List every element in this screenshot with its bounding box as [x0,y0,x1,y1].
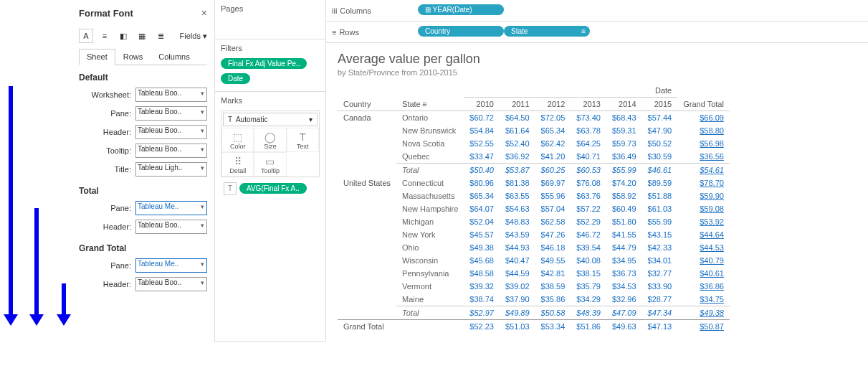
shelf-pill[interactable]: State [504,26,590,37]
state-cell: Connecticut [396,177,464,189]
value-cell: $33.47 [464,150,500,164]
value-cell: $76.08 [571,177,606,189]
value-cell: $34.29 [571,293,606,306]
table-row: New York$45.57$43.59$47.26$46.72$41.55$4… [338,228,730,241]
state-cell: Quebec [396,150,464,164]
format-panel: Format Font × A ≡ ◧ ▦ ≣ Fields ▾ Sheet R… [0,0,215,342]
col-header[interactable]: State≡ [396,98,464,111]
value-cell: $39.32 [464,280,500,293]
state-cell: Ohio [396,241,464,254]
value-cell: $63.55 [500,189,535,202]
value-cell: $80.96 [464,177,500,189]
font-select[interactable]: Tableau Ligh.. [135,162,207,177]
value-cell: $40.47 [500,254,535,267]
value-cell: $73.40 [571,111,606,125]
borders-button[interactable]: ▦ [135,29,149,43]
tab-sheet[interactable]: Sheet [79,49,115,65]
lines-button[interactable]: ≣ [153,29,168,43]
font-select[interactable]: Tableau Boo.. [135,277,207,291]
font-select[interactable]: Tableau Boo.. [135,220,207,234]
font-select[interactable]: Tableau Boo.. [135,144,207,158]
sort-icon: ≡ [422,100,426,108]
value-cell: $36.92 [500,150,535,164]
align-button[interactable]: ≡ [97,29,112,43]
value-cell: $52.40 [500,137,535,150]
value-cell: $50.52 [642,137,678,150]
font-select[interactable]: Tableau Me.. [135,201,207,215]
measure-pill[interactable]: AVG(Final Fx A.. [239,183,307,194]
col-header[interactable]: 2010 [464,98,500,111]
font-select[interactable]: Tableau Me.. [135,258,207,273]
value-cell: $58.92 [606,189,642,202]
state-cell: Wisconsin [396,254,464,267]
table-row: United StatesConnecticut$80.96$81.38$69.… [338,177,730,189]
col-header[interactable]: Country [338,98,396,111]
filter-pill[interactable]: Date [221,73,250,84]
filters-shelf: Filters [221,44,320,57]
tab-rows[interactable]: Rows [115,49,151,65]
row-total: $78.70 [677,177,730,189]
col-header[interactable]: 2012 [535,98,571,111]
mark-size[interactable]: ◯Size [254,128,286,152]
col-header[interactable]: 2014 [606,98,642,111]
value-cell: $46.18 [535,241,571,254]
font-a-button[interactable]: A [79,29,93,43]
value-cell: $61.64 [500,124,535,137]
state-cell: Michigan [396,215,464,228]
value-cell: $55.99 [642,215,678,228]
col-header[interactable]: 2015 [642,98,678,111]
mark-detail[interactable]: ⠿Detail [221,152,254,177]
col-header[interactable]: 2011 [500,98,535,111]
value-cell: $64.50 [500,111,535,125]
value-cell: $44.59 [500,267,535,280]
shading-button[interactable]: ◧ [116,29,130,43]
value-cell: $39.02 [500,280,535,293]
value-cell: $35.86 [535,293,571,306]
value-cell: $61.03 [642,202,678,215]
value-cell: $41.20 [535,150,571,164]
value-cell: $44.93 [500,241,535,254]
mark-color[interactable]: ⬚Color [221,128,254,152]
table-row: Wisconsin$45.68$40.47$49.55$40.08$34.95$… [338,254,730,267]
tab-columns[interactable]: Columns [151,49,197,65]
field-label: Worksheet: [89,90,135,99]
value-cell: $60.72 [464,111,500,125]
value-cell: $54.63 [500,202,535,215]
marks-type-dropdown[interactable]: T Automatic▾ [223,113,318,126]
columns-shelf[interactable]: iii Columns ⊞ YEAR(Date) [326,0,868,22]
shelf-pill[interactable]: Country [418,26,504,37]
row-total: $34.75 [677,293,730,306]
close-icon[interactable]: × [201,7,207,19]
value-cell: $48.58 [464,267,500,280]
mark-text[interactable]: TText [287,128,319,152]
subtotal-row: Total$50.40$53.87$60.25$60.53$55.99$46.6… [338,164,730,177]
col-header[interactable]: 2013 [571,98,606,111]
font-select[interactable]: Tableau Boo.. [135,106,207,121]
font-select[interactable]: Tableau Boo.. [135,125,207,139]
value-cell: $35.79 [571,280,606,293]
value-cell: $65.34 [464,189,500,202]
value-cell: $65.34 [535,124,571,137]
table-row: Vermont$39.32$39.02$38.59$35.79$34.53$33… [338,280,730,293]
row-total: $44.64 [677,228,730,241]
value-cell: $39.54 [571,241,606,254]
viz-title: Average value per gallon [338,52,857,67]
value-cell: $30.59 [642,150,678,164]
fields-dropdown[interactable]: Fields ▾ [180,32,207,41]
mark-tooltip[interactable]: ▭Tooltip [254,152,286,177]
value-cell: $64.25 [571,137,606,150]
pages-shelf[interactable]: Pages [221,4,320,17]
state-cell: Vermont [396,280,464,293]
value-cell: $52.55 [464,137,500,150]
filter-pill[interactable]: Final Fx Adj Value Pe.. [221,58,307,69]
rows-shelf[interactable]: ≡ Rows CountryState [326,22,868,43]
value-cell: $51.88 [642,189,678,202]
value-cell: $43.15 [642,228,678,241]
font-select[interactable]: Tableau Boo.. [135,88,207,102]
value-cell: $55.96 [535,189,571,202]
col-header[interactable]: Grand Total [677,98,730,111]
data-table: Date CountryState≡2010201120122013201420… [338,84,730,333]
country-cell: United States [338,177,396,320]
value-cell: $49.55 [535,254,571,267]
shelf-pill[interactable]: ⊞ YEAR(Date) [418,4,504,15]
